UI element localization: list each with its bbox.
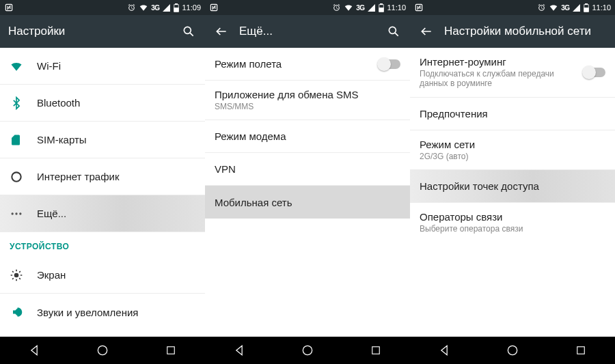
- sound-icon: [10, 305, 37, 319]
- row-traffic[interactable]: Интернет трафик: [0, 158, 205, 195]
- wifi-icon: [139, 3, 148, 12]
- page-title: Настройки: [8, 25, 171, 38]
- svg-point-21: [98, 346, 107, 354]
- row-sublabel: SMS/MMS: [215, 102, 400, 111]
- row-display[interactable]: Экран: [0, 257, 205, 294]
- search-button[interactable]: [383, 20, 405, 42]
- row-tethering[interactable]: Режим модема: [205, 120, 410, 153]
- alarm-icon: [332, 3, 341, 12]
- row-more[interactable]: Ещё...: [0, 195, 205, 232]
- svg-line-16: [395, 33, 398, 36]
- row-sublabel: 2G/3G (авто): [420, 152, 605, 161]
- nav-bar: [410, 337, 615, 364]
- svg-point-23: [303, 346, 312, 354]
- wifi-icon: [344, 3, 353, 12]
- navigation-bars: [0, 337, 615, 364]
- svg-rect-24: [372, 347, 380, 354]
- back-button[interactable]: [210, 20, 232, 42]
- nav-back[interactable]: [25, 341, 43, 359]
- nav-home[interactable]: [94, 341, 111, 359]
- svg-rect-26: [577, 347, 585, 354]
- row-operators[interactable]: Операторы связи Выберите оператора связи: [410, 203, 615, 242]
- bluetooth-icon: [10, 96, 37, 110]
- row-apn[interactable]: Настройки точек доступа: [410, 170, 615, 203]
- nav-recents[interactable]: [162, 341, 180, 359]
- nfc-icon: [209, 3, 219, 12]
- status-bar: 3G 11:09: [0, 0, 205, 15]
- svg-point-25: [508, 346, 517, 354]
- alarm-icon: [127, 3, 136, 12]
- svg-point-15: [389, 27, 396, 33]
- signal-icon: [572, 3, 581, 12]
- svg-rect-20: [584, 8, 588, 12]
- svg-line-5: [190, 33, 193, 36]
- row-preferences[interactable]: Предпочтения: [410, 98, 615, 130]
- network-type: 3G: [151, 4, 159, 12]
- row-network-mode[interactable]: Режим сети 2G/3G (авто): [410, 130, 615, 170]
- nav-bar: [0, 337, 205, 364]
- row-label: Экран: [37, 269, 195, 281]
- svg-point-6: [12, 172, 20, 181]
- row-label: VPN: [215, 163, 400, 175]
- svg-rect-14: [379, 8, 383, 12]
- svg-point-9: [19, 212, 21, 214]
- row-label: Режим сети: [420, 139, 605, 150]
- section-device: УСТРОЙСТВО: [0, 232, 205, 257]
- battery-icon: [174, 3, 179, 12]
- roaming-toggle[interactable]: [584, 68, 605, 77]
- row-label: Интернет-роуминг: [420, 56, 584, 68]
- svg-rect-22: [167, 347, 175, 354]
- battery-icon: [584, 3, 589, 12]
- battery-icon: [379, 3, 384, 12]
- clock: 11:10: [387, 3, 406, 12]
- display-icon: [10, 268, 37, 282]
- svg-rect-3: [174, 8, 178, 12]
- back-button[interactable]: [415, 20, 437, 42]
- svg-point-4: [184, 27, 191, 33]
- row-sim[interactable]: SIM-карты: [0, 122, 205, 158]
- row-label: Звуки и увеломления: [37, 307, 195, 318]
- row-label: Операторы связи: [420, 211, 605, 223]
- row-airplane[interactable]: Режим полета: [205, 48, 410, 81]
- clock: 11:10: [592, 3, 611, 12]
- row-mobile-network[interactable]: Мобильная сеть: [205, 186, 410, 219]
- sim-icon: [10, 134, 37, 146]
- screen-settings: 3G 11:09 Настройки Wi-Fi Bluetooth: [0, 0, 205, 345]
- search-button[interactable]: [178, 20, 200, 42]
- settings-list: Wi-Fi Bluetooth SIM-карты Интернет трафи…: [0, 48, 205, 345]
- status-bar: 3G 11:10: [205, 0, 410, 15]
- network-type: 3G: [561, 4, 569, 12]
- mobile-network-list: Интернет-роуминг Подключаться к службам …: [410, 48, 615, 345]
- row-label: Приложение для обмена SMS: [215, 89, 400, 100]
- screen-more: 3G 11:10 Ещё... Режим полета Приложени: [205, 0, 410, 345]
- clock: 11:09: [182, 3, 201, 12]
- row-vpn[interactable]: VPN: [205, 153, 410, 186]
- wifi-icon: [10, 59, 37, 73]
- row-label: SIM-карты: [37, 134, 195, 145]
- alarm-icon: [537, 3, 546, 12]
- row-sound[interactable]: Звуки и увеломления: [0, 294, 205, 331]
- page-title: Настройки мобильной сети: [444, 25, 610, 38]
- nav-home[interactable]: [504, 341, 521, 359]
- row-bluetooth[interactable]: Bluetooth: [0, 85, 205, 122]
- row-roaming[interactable]: Интернет-роуминг Подключаться к службам …: [410, 48, 615, 98]
- row-label: Bluetooth: [37, 97, 195, 109]
- app-bar: Настройки мобильной сети: [410, 15, 615, 48]
- network-type: 3G: [356, 4, 364, 12]
- row-label: Режим модема: [215, 130, 400, 142]
- wifi-icon: [549, 3, 558, 12]
- screen-mobile-network: 3G 11:10 Настройки мобильной сети Интерн…: [410, 0, 615, 345]
- nav-back[interactable]: [435, 341, 453, 359]
- row-wifi[interactable]: Wi-Fi: [0, 48, 205, 85]
- nav-bar: [205, 337, 410, 364]
- row-sms-app[interactable]: Приложение для обмена SMS SMS/MMS: [205, 81, 410, 120]
- nav-recents[interactable]: [572, 341, 590, 359]
- nav-recents[interactable]: [367, 341, 385, 359]
- more-list: Режим полета Приложение для обмена SMS S…: [205, 48, 410, 345]
- data-usage-icon: [10, 170, 37, 184]
- nav-back[interactable]: [230, 341, 248, 359]
- nav-home[interactable]: [299, 341, 316, 359]
- airplane-toggle[interactable]: [379, 59, 400, 69]
- svg-point-7: [12, 212, 14, 214]
- row-label: Wi-Fi: [37, 60, 195, 72]
